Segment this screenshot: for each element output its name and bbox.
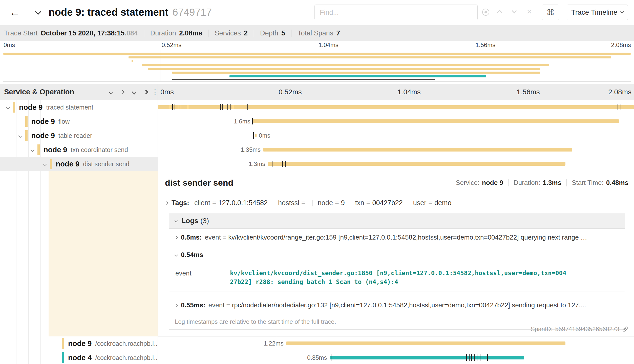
- operation-name: flow: [58, 118, 70, 125]
- chevron-down-icon[interactable]: [31, 148, 35, 152]
- tag-item[interactable]: client=127.0.0.1:54582: [194, 199, 268, 207]
- find-clear-icon[interactable]: ×: [527, 7, 532, 16]
- tag-separator: [408, 200, 408, 206]
- log-entry[interactable]: 0.55ms:event=rpc/nodedialer/nodedialer.g…: [169, 296, 625, 314]
- chevron-down-icon[interactable]: [174, 219, 178, 223]
- log-entry[interactable]: 0.54ms: [169, 246, 625, 264]
- separator: [508, 179, 509, 186]
- span-row[interactable]: node 9/cockroach.roachpb.I...1.22ms: [0, 336, 634, 351]
- start-time-value: 0.48ms: [606, 179, 628, 187]
- tag-separator: [312, 200, 313, 206]
- minimap-canvas[interactable]: [3, 50, 631, 81]
- collapse-all-icon[interactable]: [130, 88, 139, 97]
- minimap-span-bar: [132, 60, 133, 62]
- expand-all-icon[interactable]: [141, 88, 150, 97]
- span-row[interactable]: node 9table reader0ms: [0, 129, 634, 143]
- tags-row[interactable]: Tags: client=127.0.0.1:54582hostssl=node…: [158, 193, 634, 207]
- tag-key: node: [318, 199, 333, 207]
- collapse-one-icon[interactable]: [106, 88, 115, 97]
- tags-list: client=127.0.0.1:54582hostssl=node=9txn=…: [194, 199, 452, 207]
- selected-span-descendants-band: [49, 171, 158, 336]
- minimap-span-bar: [148, 68, 540, 70]
- span-color-block: [25, 130, 28, 141]
- log-marker: [469, 354, 470, 361]
- log-entries: 0.5ms:event=kv/kvclient/kvcoord/range_it…: [169, 229, 625, 314]
- log-marker: [188, 104, 188, 110]
- minimap-scrubber[interactable]: [172, 79, 435, 80]
- span-bar[interactable]: [268, 162, 565, 166]
- span-row[interactable]: node 9flow1.6ms: [0, 114, 634, 129]
- chevron-down-icon[interactable]: [6, 105, 10, 109]
- trace-collapse-chevron-icon[interactable]: [35, 9, 41, 15]
- span-row[interactable]: node 9txn coordinator send1.35ms: [0, 143, 634, 157]
- duration-value: 1.3ms: [543, 179, 561, 187]
- span-row[interactable]: node 4/cockroach.roachpb.I...0.85ms: [0, 351, 634, 364]
- tag-item[interactable]: node=9: [318, 199, 345, 207]
- find-match-indicator-icon[interactable]: [482, 9, 489, 16]
- log-marker: [225, 104, 225, 110]
- view-selector-label: Trace Timeline: [571, 8, 618, 16]
- span-id-row: SpanID: 5597415943526560273: [531, 326, 628, 333]
- log-timestamp: 0.54ms: [181, 251, 203, 259]
- chevron-down-icon[interactable]: [18, 134, 22, 138]
- span-detail-meta: Service:node 9 Duration:1.3ms Start Time…: [456, 179, 628, 187]
- tag-item[interactable]: user=demo: [413, 199, 452, 207]
- timeline-header: Service & Operation ⋮ 0ms 0.52ms 1.04ms …: [0, 84, 634, 100]
- span-tree-cell: node 9table reader: [0, 129, 158, 143]
- span-row[interactable]: node 9dist sender send1.3ms: [0, 157, 634, 171]
- back-button[interactable]: ←: [6, 4, 23, 21]
- span-color-block: [50, 159, 52, 169]
- span-bar[interactable]: [330, 356, 524, 359]
- chevron-right-icon[interactable]: [165, 201, 168, 205]
- log-key-value: event=kv/kvclient/kvcoord/range_iter.go:…: [205, 233, 587, 241]
- log-marker: [282, 161, 283, 167]
- top-bar: ← node 9: traced statement6749717 × ⌘ Tr…: [0, 0, 634, 25]
- span-bar[interactable]: [255, 134, 257, 137]
- chevron-right-icon[interactable]: [174, 235, 178, 239]
- span-duration-label: 0.85ms: [307, 354, 327, 361]
- tag-value: 127.0.0.1:54582: [218, 199, 268, 207]
- span-bar[interactable]: [253, 119, 619, 123]
- operation-name: dist sender send: [83, 160, 129, 168]
- trace-minimap[interactable]: 0ms 0.52ms 1.04ms 1.56ms 2.08ms: [0, 41, 634, 84]
- log-field-value: kv/kvclient/kvcoord/range_iter.go:159 [n…: [228, 233, 587, 241]
- page-title: node 9: traced statement: [49, 7, 168, 18]
- axis-tick-label: 2.08ms: [611, 41, 631, 49]
- tag-equals: =: [428, 199, 432, 207]
- tag-equals: =: [212, 199, 216, 207]
- tag-value: demo: [434, 199, 452, 207]
- expand-one-icon[interactable]: [118, 88, 127, 97]
- keyboard-shortcuts-button[interactable]: ⌘: [542, 5, 559, 20]
- log-marker: [474, 354, 475, 361]
- span-bar[interactable]: [286, 341, 565, 345]
- chevron-right-icon[interactable]: [174, 303, 178, 307]
- find-previous-icon[interactable]: [497, 10, 502, 15]
- logs-header[interactable]: Logs (3): [169, 213, 625, 229]
- log-marker: [623, 104, 623, 110]
- span-id-value: 5597415943526560273: [555, 326, 619, 333]
- span-id-label: SpanID:: [531, 326, 553, 333]
- span-bar[interactable]: [158, 105, 634, 109]
- chevron-down-icon[interactable]: [43, 162, 47, 166]
- tag-item[interactable]: txn=00427b22: [355, 199, 403, 207]
- log-entry[interactable]: 0.5ms:event=kv/kvclient/kvcoord/range_it…: [169, 229, 625, 246]
- span-row[interactable]: node 9traced statement: [0, 100, 634, 114]
- minimap-span-bar: [3, 53, 631, 55]
- span-tree-cell: node 4/cockroach.roachpb.I...: [0, 351, 158, 364]
- tag-item[interactable]: hostssl=: [278, 199, 307, 207]
- log-key-value: event=rpc/nodedialer/nodedialer.go:132 […: [208, 301, 586, 309]
- axis-tick-label: 1.56ms: [517, 88, 540, 96]
- log-marker: [172, 104, 173, 110]
- link-icon[interactable]: [622, 326, 628, 332]
- span-bar[interactable]: [263, 148, 572, 152]
- log-field-key: event: [205, 233, 221, 241]
- find-input[interactable]: [314, 5, 478, 20]
- span-detail-header: dist sender send Service:node 9 Duration…: [158, 171, 634, 193]
- logs-count: (3): [200, 217, 209, 225]
- view-selector-dropdown[interactable]: Trace Timeline: [567, 5, 628, 20]
- chevron-down-icon[interactable]: [174, 253, 178, 256]
- operation-name: /cockroach.roachpb.I...: [95, 340, 158, 347]
- find-next-icon[interactable]: [512, 8, 517, 13]
- operation-name: traced statement: [46, 104, 93, 111]
- operation-name: txn coordinator send: [71, 146, 128, 154]
